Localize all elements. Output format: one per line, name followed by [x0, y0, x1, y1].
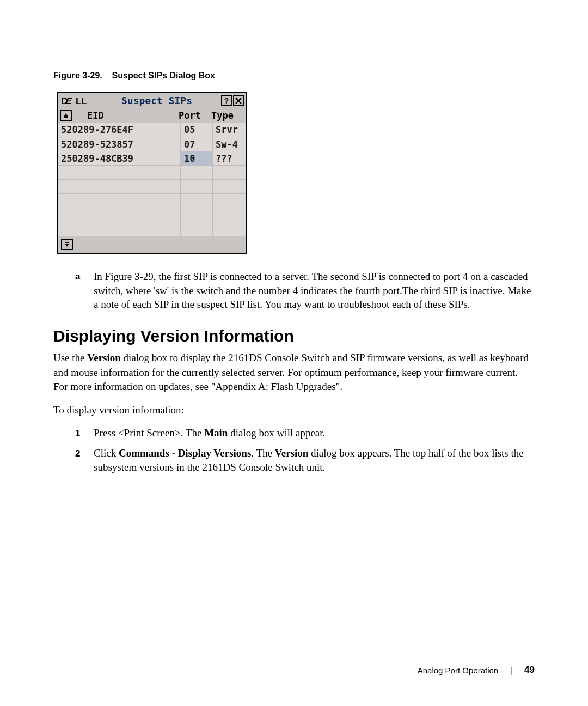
text: Click	[94, 447, 119, 459]
cell-port: 05	[181, 123, 213, 137]
svg-text:L: L	[81, 96, 87, 106]
svg-rect-4	[64, 117, 68, 118]
annotation-text: In Figure 3-29, the first SIP is connect…	[94, 270, 535, 312]
svg-rect-5	[65, 242, 69, 243]
footer-separator: |	[510, 666, 512, 675]
sort-up-icon[interactable]	[60, 110, 72, 121]
dialog-footer	[58, 236, 246, 253]
column-header-eid[interactable]: EID	[77, 110, 179, 121]
text: Press <Print Screen>. The	[94, 427, 204, 439]
dell-logo: D E L L	[61, 96, 89, 106]
dialog-titlebar: D E L L Suspect SIPs ?	[58, 93, 246, 108]
cell-type: Srvr	[213, 123, 246, 137]
annotation-item: a In Figure 3-29, the first SIP is conne…	[75, 270, 535, 312]
suspect-sips-dialog: D E L L Suspect SIPs ? EID Port Type	[57, 92, 247, 254]
dialog-list: 520289-276E4F 05 Srvr 520289-523857 07 S…	[58, 123, 246, 236]
table-row[interactable]: 520289-276E4F 05 Srvr	[58, 123, 246, 137]
bold-text: Main	[204, 427, 228, 439]
page-number: 49	[524, 665, 535, 675]
page-footer: Analog Port Operation | 49	[418, 665, 535, 675]
column-header-port[interactable]: Port	[179, 110, 211, 121]
cell-eid: 250289-48CB39	[58, 151, 181, 165]
cell-port: 07	[181, 137, 213, 151]
help-button[interactable]: ?	[221, 95, 232, 106]
body-paragraph: Use the Version dialog box to display th…	[53, 351, 535, 394]
cell-port: 10	[181, 151, 213, 165]
svg-text:L: L	[76, 96, 81, 106]
dialog-title: Suspect SIPs	[93, 95, 221, 106]
table-row[interactable]: ...	[58, 208, 246, 222]
table-row[interactable]: ...	[58, 179, 246, 193]
table-row[interactable]: ...	[58, 222, 246, 236]
text: dialog box to display the 2161DS Console…	[53, 352, 529, 392]
dialog-column-headers: EID Port Type	[58, 108, 246, 123]
table-row[interactable]: ...	[58, 165, 246, 179]
annotation-label: a	[75, 270, 83, 312]
table-row[interactable]: 250289-48CB39 10 ???	[58, 151, 246, 165]
body-paragraph: To display version information:	[53, 403, 535, 418]
cell-type: ???	[213, 151, 246, 165]
table-row[interactable]: ...	[58, 193, 246, 208]
footer-section: Analog Port Operation	[418, 666, 498, 675]
text: Use the	[53, 352, 87, 363]
text: dialog box will appear.	[228, 427, 325, 439]
text: . The	[251, 447, 274, 459]
step-item: Click Commands - Display Versions. The V…	[75, 446, 535, 475]
scroll-down-icon[interactable]	[61, 239, 73, 250]
figure-caption: Figure 3-29. Suspect SIPs Dialog Box	[53, 71, 535, 81]
cell-type: Sw-4	[213, 137, 246, 151]
cell-eid: 520289-276E4F	[58, 123, 181, 137]
cell-eid: 520289-523857	[58, 137, 181, 151]
bold-text: Commands - Display Versions	[119, 447, 251, 459]
column-header-type[interactable]: Type	[211, 110, 244, 121]
bold-text: Version	[275, 447, 309, 459]
close-button[interactable]	[233, 95, 244, 106]
bold-text: Version	[87, 352, 121, 363]
section-heading: Displaying Version Information	[53, 327, 535, 345]
figure-annotation-list: a In Figure 3-29, the first SIP is conne…	[75, 270, 535, 312]
table-row[interactable]: 520289-523857 07 Sw-4	[58, 137, 246, 151]
step-item: Press <Print Screen>. The Main dialog bo…	[75, 426, 535, 441]
document-page: Figure 3-29. Suspect SIPs Dialog Box D E…	[0, 0, 588, 706]
steps-list: Press <Print Screen>. The Main dialog bo…	[75, 426, 535, 475]
